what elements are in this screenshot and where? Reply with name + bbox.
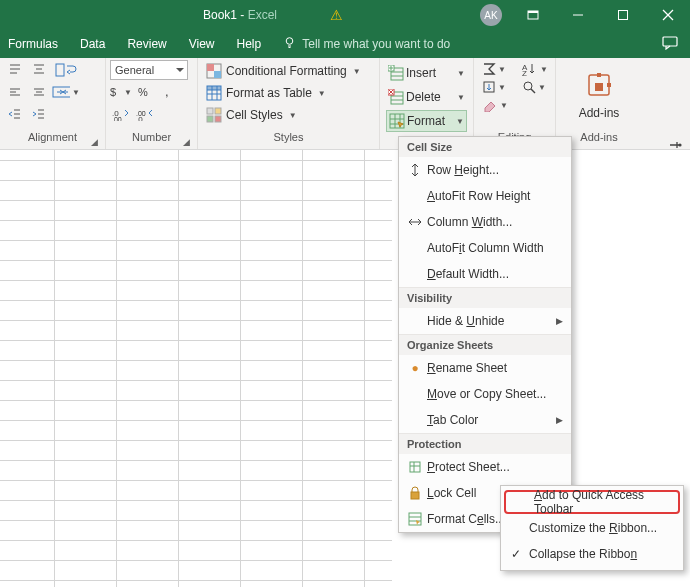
comma-format-icon[interactable]: , xyxy=(158,82,180,102)
cell-styles-button[interactable]: Cell Styles▼ xyxy=(202,104,375,126)
rename-icon: ● xyxy=(405,361,425,375)
column-width-icon xyxy=(405,215,425,229)
menu-autofit-row-height[interactable]: AutoFit Row Height xyxy=(399,183,571,209)
protect-sheet-icon xyxy=(405,460,425,474)
svg-text:$: $ xyxy=(110,86,116,98)
menu-section-visibility: Visibility xyxy=(399,287,571,308)
svg-point-70 xyxy=(524,82,532,90)
menu-move-copy-sheet[interactable]: Move or Copy Sheet... xyxy=(399,381,571,407)
clear-icon[interactable]: ▼ xyxy=(482,98,508,112)
svg-rect-49 xyxy=(215,116,221,122)
delete-cells-button[interactable]: Delete▼ xyxy=(386,86,467,108)
document-name: Book1 xyxy=(203,8,237,22)
svg-rect-45 xyxy=(207,86,221,90)
menu-default-width[interactable]: Default Width... xyxy=(399,261,571,287)
menu-tab-color[interactable]: Tab Color ▶ xyxy=(399,407,571,433)
sort-filter-icon[interactable]: AZ▼ xyxy=(522,62,548,76)
svg-rect-73 xyxy=(595,83,603,91)
align-middle-icon[interactable] xyxy=(28,60,50,80)
title-bar: Book1 - Excel ⚠ AK xyxy=(0,0,690,30)
warning-icon: ⚠ xyxy=(330,7,343,23)
tab-review[interactable]: Review xyxy=(127,37,166,51)
group-number: General $▼ % , .0.00 .00.0 Number◢ xyxy=(106,58,198,149)
minimize-button[interactable] xyxy=(555,0,600,30)
format-cells-button[interactable]: Format▼ xyxy=(386,110,467,132)
svg-point-76 xyxy=(678,143,681,146)
svg-rect-80 xyxy=(411,492,419,499)
group-alignment: ▼ Alignment◢ xyxy=(0,58,106,149)
insert-cells-button[interactable]: Insert▼ xyxy=(386,62,467,84)
svg-rect-3 xyxy=(618,11,627,20)
svg-rect-81 xyxy=(409,513,421,525)
svg-text:.00: .00 xyxy=(112,116,122,121)
svg-rect-74 xyxy=(597,73,601,77)
svg-rect-47 xyxy=(215,108,221,114)
svg-line-71 xyxy=(531,89,535,93)
menu-row-height[interactable]: Row Height... xyxy=(399,157,571,183)
tell-me-search[interactable]: Tell me what you want to do xyxy=(283,36,450,52)
tab-view[interactable]: View xyxy=(189,37,215,51)
svg-rect-77 xyxy=(410,462,420,472)
svg-rect-1 xyxy=(528,11,538,13)
format-cells-icon xyxy=(405,512,425,526)
svg-rect-48 xyxy=(207,116,213,122)
increase-decimal-icon[interactable]: .0.00 xyxy=(110,104,132,124)
svg-text:Z: Z xyxy=(522,69,527,76)
alignment-launcher-icon[interactable]: ◢ xyxy=(89,137,99,147)
decrease-indent-icon[interactable] xyxy=(4,104,26,124)
addins-icon[interactable] xyxy=(585,71,613,102)
context-collapse-ribbon[interactable]: ✓ Collapse the Ribbon xyxy=(501,541,683,567)
ribbon-tabs: Formulas Data Review View Help Tell me w… xyxy=(0,30,690,58)
find-select-icon[interactable]: ▼ xyxy=(522,80,546,94)
menu-section-cell-size: Cell Size xyxy=(399,137,571,157)
increase-indent-icon[interactable] xyxy=(28,104,50,124)
tab-data[interactable]: Data xyxy=(80,37,105,51)
group-styles: Conditional Formatting▼ Format as Table▼… xyxy=(198,58,380,149)
conditional-formatting-button[interactable]: Conditional Formatting▼ xyxy=(202,60,375,82)
menu-section-protection: Protection xyxy=(399,433,571,454)
menu-hide-unhide[interactable]: Hide & Unhide ▶ xyxy=(399,308,571,334)
autosum-icon[interactable]: ▼ xyxy=(482,62,506,76)
menu-section-organize: Organize Sheets xyxy=(399,334,571,355)
maximize-button[interactable] xyxy=(600,0,645,30)
number-format-combo[interactable]: General xyxy=(110,60,188,80)
format-dropdown-menu: Cell Size Row Height... AutoFit Row Heig… xyxy=(398,136,572,533)
merge-center-icon[interactable]: ▼ xyxy=(52,82,80,102)
tab-help[interactable]: Help xyxy=(237,37,262,51)
lock-icon xyxy=(405,486,425,500)
svg-rect-39 xyxy=(214,71,221,78)
percent-format-icon[interactable]: % xyxy=(134,82,156,102)
wrap-text-icon[interactable] xyxy=(52,60,80,80)
tab-formulas[interactable]: Formulas xyxy=(8,37,58,51)
menu-autofit-column-width[interactable]: AutoFit Column Width xyxy=(399,235,571,261)
addins-label[interactable]: Add-ins xyxy=(579,106,620,120)
ribbon: ▼ Alignment◢ General $▼ % , .0.00 .00.0 … xyxy=(0,58,690,150)
title-controls: AK xyxy=(480,0,690,30)
align-center-icon[interactable] xyxy=(28,82,50,102)
fill-icon[interactable]: ▼ xyxy=(482,80,506,94)
align-left-icon[interactable] xyxy=(4,82,26,102)
pin-ribbon-icon[interactable] xyxy=(668,138,682,155)
close-button[interactable] xyxy=(645,0,690,30)
svg-rect-75 xyxy=(607,83,611,87)
svg-text:.0: .0 xyxy=(136,115,143,121)
submenu-arrow-icon: ▶ xyxy=(556,316,563,326)
svg-point-6 xyxy=(286,38,293,45)
accounting-format-icon[interactable]: $▼ xyxy=(110,82,132,102)
context-add-to-qat[interactable]: Add to Quick Access Toolbar xyxy=(504,490,680,514)
svg-rect-9 xyxy=(663,37,677,46)
number-launcher-icon[interactable]: ◢ xyxy=(181,137,191,147)
svg-rect-38 xyxy=(207,64,214,71)
app-name: Excel xyxy=(248,8,277,22)
ribbon-display-options-button[interactable] xyxy=(510,0,555,30)
format-as-table-button[interactable]: Format as Table▼ xyxy=(202,82,375,104)
menu-column-width[interactable]: Column Width... xyxy=(399,209,571,235)
menu-rename-sheet[interactable]: ● Rename Sheet xyxy=(399,355,571,381)
context-customize-ribbon[interactable]: Customize the Ribbon... xyxy=(501,515,683,541)
align-top-icon[interactable] xyxy=(4,60,26,80)
menu-protect-sheet[interactable]: Protect Sheet... xyxy=(399,454,571,480)
decrease-decimal-icon[interactable]: .00.0 xyxy=(134,104,156,124)
comments-icon[interactable] xyxy=(662,36,678,53)
user-avatar[interactable]: AK xyxy=(480,4,502,26)
svg-rect-46 xyxy=(207,108,213,114)
